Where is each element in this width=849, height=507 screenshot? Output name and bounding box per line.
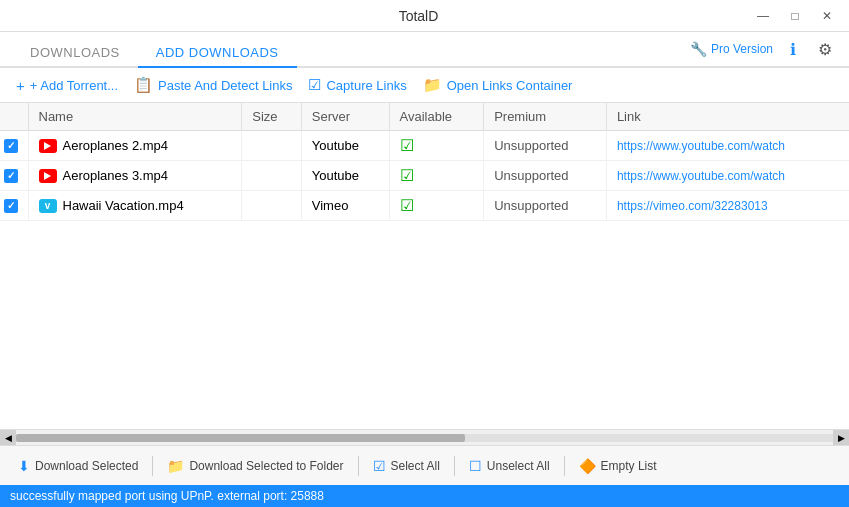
row-filename: Hawaii Vacation.mp4	[63, 198, 184, 213]
info-button[interactable]: ℹ	[781, 37, 805, 61]
row-checkbox-cell	[0, 161, 28, 191]
add-icon: +	[16, 77, 25, 94]
close-button[interactable]: ✕	[813, 6, 841, 26]
tab-downloads[interactable]: DOWNLOADS	[12, 39, 138, 68]
row-checkbox[interactable]	[4, 139, 18, 153]
select-all-icon: ☑	[373, 458, 386, 474]
pro-version-button[interactable]: 🔧 Pro Version	[690, 41, 773, 57]
window-controls: — □ ✕	[749, 6, 841, 26]
divider-2	[358, 456, 359, 476]
table-row[interactable]: Aeroplanes 3.mp4Youtube☑Unsupportedhttps…	[0, 161, 849, 191]
download-selected-label: Download Selected	[35, 459, 138, 473]
table-row[interactable]: Aeroplanes 2.mp4Youtube☑Unsupportedhttps…	[0, 131, 849, 161]
row-server-cell: Vimeo	[301, 191, 389, 221]
row-size-cell	[242, 161, 302, 191]
table-header: Name Size Server Available Premium Link	[0, 103, 849, 131]
table-row[interactable]: vHawaii Vacation.mp4Vimeo☑Unsupportedhtt…	[0, 191, 849, 221]
col-available: Available	[389, 103, 484, 131]
available-check-icon: ☑	[400, 197, 414, 214]
row-name-cell: Aeroplanes 2.mp4	[28, 131, 242, 161]
divider-3	[454, 456, 455, 476]
row-name-cell: vHawaii Vacation.mp4	[28, 191, 242, 221]
add-torrent-button[interactable]: + + Add Torrent...	[16, 77, 118, 94]
tab-right-icons: 🔧 Pro Version ℹ ⚙	[690, 37, 837, 61]
row-filename: Aeroplanes 2.mp4	[63, 138, 169, 153]
empty-icon: 🔶	[579, 458, 596, 474]
folder-icon: 📁	[423, 76, 442, 94]
scroll-track[interactable]	[16, 434, 833, 442]
tabs: DOWNLOADS ADD DOWNLOADS	[12, 32, 297, 66]
horizontal-scrollbar: ◀ ▶	[0, 429, 849, 445]
scroll-thumb[interactable]	[16, 434, 465, 442]
open-links-label: Open Links Container	[447, 78, 573, 93]
titlebar: TotalD — □ ✕	[0, 0, 849, 32]
download-icon: ⬇	[18, 458, 30, 474]
toolbar: + + Add Torrent... 📋 Paste And Detect Li…	[0, 68, 849, 103]
maximize-button[interactable]: □	[781, 6, 809, 26]
add-torrent-label: + Add Torrent...	[30, 78, 118, 93]
row-checkbox[interactable]	[4, 169, 18, 183]
row-link-cell[interactable]: https://vimeo.com/32283013	[606, 191, 849, 221]
row-server-cell: Youtube	[301, 131, 389, 161]
available-check-icon: ☑	[400, 167, 414, 184]
status-message: successfully mapped port using UPnP. ext…	[10, 489, 324, 503]
tab-add-downloads[interactable]: ADD DOWNLOADS	[138, 39, 297, 68]
row-name-cell: Aeroplanes 3.mp4	[28, 161, 242, 191]
tabbar: DOWNLOADS ADD DOWNLOADS 🔧 Pro Version ℹ …	[0, 32, 849, 68]
row-premium-cell: Unsupported	[484, 161, 607, 191]
row-available-cell: ☑	[389, 161, 484, 191]
wrench-icon: 🔧	[690, 41, 707, 57]
row-premium-cell: Unsupported	[484, 191, 607, 221]
row-checkbox-cell	[0, 131, 28, 161]
table-wrapper: Name Size Server Available Premium Link …	[0, 103, 849, 429]
vimeo-icon: v	[39, 199, 57, 213]
divider-4	[564, 456, 565, 476]
col-link: Link	[606, 103, 849, 131]
col-premium: Premium	[484, 103, 607, 131]
open-links-button[interactable]: 📁 Open Links Container	[423, 76, 573, 94]
statusbar: successfully mapped port using UPnP. ext…	[0, 485, 849, 507]
row-link-cell[interactable]: https://www.youtube.com/watch	[606, 131, 849, 161]
settings-button[interactable]: ⚙	[813, 37, 837, 61]
col-checkbox	[0, 103, 28, 131]
row-size-cell	[242, 191, 302, 221]
select-all-label: Select All	[391, 459, 440, 473]
download-folder-label: Download Selected to Folder	[189, 459, 343, 473]
unselect-all-icon: ☐	[469, 458, 482, 474]
row-checkbox[interactable]	[4, 199, 18, 213]
capture-links-label: Capture Links	[326, 78, 406, 93]
divider-1	[152, 456, 153, 476]
scroll-left-button[interactable]: ◀	[0, 430, 16, 446]
app-title: TotalD	[88, 8, 749, 24]
capture-links-button[interactable]: ☑ Capture Links	[308, 76, 406, 94]
select-all-button[interactable]: ☑ Select All	[363, 454, 450, 478]
row-server-cell: Youtube	[301, 161, 389, 191]
row-filename: Aeroplanes 3.mp4	[63, 168, 169, 183]
youtube-icon	[39, 169, 57, 183]
youtube-icon	[39, 139, 57, 153]
empty-list-button[interactable]: 🔶 Empty List	[569, 454, 667, 478]
col-name: Name	[28, 103, 242, 131]
row-link-cell[interactable]: https://www.youtube.com/watch	[606, 161, 849, 191]
paste-icon: 📋	[134, 76, 153, 94]
pro-version-label: Pro Version	[711, 42, 773, 56]
col-server: Server	[301, 103, 389, 131]
paste-detect-label: Paste And Detect Links	[158, 78, 292, 93]
row-size-cell	[242, 131, 302, 161]
paste-detect-button[interactable]: 📋 Paste And Detect Links	[134, 76, 292, 94]
minimize-button[interactable]: —	[749, 6, 777, 26]
scroll-right-button[interactable]: ▶	[833, 430, 849, 446]
row-checkbox-cell	[0, 191, 28, 221]
bottombar: ⬇ Download Selected 📁 Download Selected …	[0, 445, 849, 485]
empty-list-label: Empty List	[601, 459, 657, 473]
row-available-cell: ☑	[389, 191, 484, 221]
folder-download-icon: 📁	[167, 458, 184, 474]
download-selected-button[interactable]: ⬇ Download Selected	[8, 454, 148, 478]
unselect-all-label: Unselect All	[487, 459, 550, 473]
row-premium-cell: Unsupported	[484, 131, 607, 161]
col-size: Size	[242, 103, 302, 131]
checkbox-checked-icon: ☑	[308, 76, 321, 94]
unselect-all-button[interactable]: ☐ Unselect All	[459, 454, 560, 478]
download-folder-button[interactable]: 📁 Download Selected to Folder	[157, 454, 353, 478]
row-available-cell: ☑	[389, 131, 484, 161]
